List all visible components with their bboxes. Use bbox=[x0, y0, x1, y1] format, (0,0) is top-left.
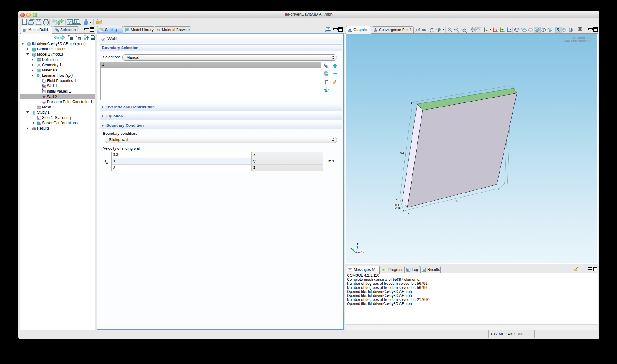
svg-text:yz: yz bbox=[501, 28, 504, 31]
svg-text:zx: zx bbox=[508, 28, 511, 31]
svg-text:0.05: 0.05 bbox=[395, 206, 401, 209]
svg-text:0: 0 bbox=[396, 197, 397, 200]
svg-text:0.5: 0.5 bbox=[400, 151, 404, 154]
svg-text:?: ? bbox=[68, 20, 71, 25]
svg-text:COMSOL: COMSOL bbox=[573, 36, 586, 39]
svg-text:0: 0 bbox=[403, 209, 404, 213]
svg-text:MULTIPHYSICS: MULTIPHYSICS bbox=[564, 39, 586, 43]
svg-text:0.5: 0.5 bbox=[454, 199, 458, 202]
svg-text:x: x bbox=[363, 251, 365, 254]
svg-text:0: 0 bbox=[408, 211, 409, 214]
svg-text:?: ? bbox=[327, 27, 329, 31]
svg-text:z: z bbox=[357, 243, 359, 246]
svg-text:xy: xy bbox=[494, 28, 497, 31]
svg-text:1: 1 bbox=[411, 101, 412, 104]
svg-text:y: y bbox=[350, 247, 352, 250]
svg-text:?: ? bbox=[76, 20, 78, 23]
svg-text:1: 1 bbox=[497, 188, 499, 191]
